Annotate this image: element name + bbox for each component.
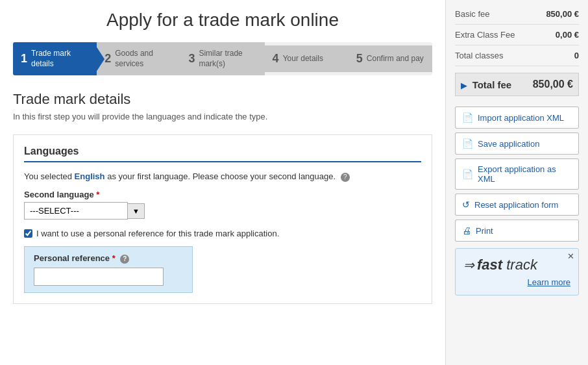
step-4[interactable]: 4 Your details	[265, 45, 349, 72]
lang-desc-suffix: as your first language. Please choose yo…	[105, 171, 336, 181]
basic-fee-label: Basic fee	[455, 9, 489, 19]
fast-track-logo: ⇒fast track	[463, 257, 570, 273]
total-fee-row: ▶ Total fee 850,00 €	[455, 73, 579, 96]
personal-reference-input[interactable]	[34, 268, 164, 286]
step-1-label: Trade mark details	[31, 49, 89, 69]
extra-class-value: 0,00 €	[556, 30, 579, 40]
lang-desc-prefix: You selected	[24, 171, 75, 181]
step-4-label: Your details	[283, 54, 323, 64]
import-label: Import application XML	[478, 113, 564, 123]
reset-label: Reset application form	[474, 200, 558, 210]
languages-section: Languages You selected English as your f…	[13, 134, 432, 304]
print-icon: 🖨	[462, 225, 471, 236]
steps-bar: 1 Trade mark details 2 Goods and service…	[13, 42, 432, 75]
sidebar: Basic fee 850,00 € Extra Class Fee 0,00 …	[445, 0, 588, 365]
total-classes-label: Total classes	[455, 51, 503, 60]
step-5[interactable]: 5 Confirm and pay	[349, 45, 432, 72]
track-text: track	[502, 257, 537, 273]
page-title: Apply for a trade mark online	[13, 10, 432, 31]
basic-fee-row: Basic fee 850,00 €	[455, 9, 579, 25]
step-5-number: 5	[356, 52, 363, 66]
step-3-number: 3	[188, 52, 195, 66]
basic-fee-value: 850,00 €	[546, 9, 579, 19]
reset-application-button[interactable]: ↺ Reset application form	[455, 194, 579, 216]
fast-track-close-button[interactable]: ✕	[567, 251, 574, 261]
step-5-label: Confirm and pay	[367, 54, 424, 64]
languages-heading: Languages	[24, 145, 421, 162]
fast-text: fast	[477, 257, 502, 273]
print-label: Print	[476, 226, 493, 236]
print-button[interactable]: 🖨 Print	[455, 220, 579, 242]
personal-reference-checkbox-row: I want to use a personal reference for t…	[24, 229, 421, 238]
personal-reference-checkbox[interactable]	[24, 229, 32, 238]
step-2[interactable]: 2 Goods and services	[97, 42, 180, 75]
second-language-select[interactable]: ---SELECT---	[24, 202, 128, 220]
total-classes-row: Total classes 0	[455, 51, 579, 66]
step-3-label: Similar trade mark(s)	[199, 49, 256, 69]
personal-reference-box: Personal reference * ?	[24, 246, 193, 293]
save-icon: 📄	[462, 138, 473, 149]
step-1[interactable]: 1 Trade mark details	[13, 42, 97, 75]
import-icon: 📄	[462, 112, 473, 123]
total-expand-icon[interactable]: ▶	[461, 81, 467, 90]
export-application-xml-button[interactable]: 📄 Export application as XML	[455, 158, 579, 190]
second-language-label: Second language *	[24, 190, 421, 199]
language-description: You selected English as your first langu…	[24, 171, 421, 182]
export-label: Export application as XML	[478, 164, 572, 184]
fast-track-box: ✕ ⇒fast track Learn more	[455, 248, 579, 296]
total-classes-value: 0	[574, 51, 579, 60]
step-2-label: Goods and services	[115, 49, 173, 69]
info-icon: ?	[341, 173, 350, 182]
step-3[interactable]: 3 Similar trade mark(s)	[180, 42, 264, 75]
extra-class-label: Extra Class Fee	[455, 30, 515, 40]
step-1-number: 1	[21, 52, 27, 66]
extra-class-fee-row: Extra Class Fee 0,00 €	[455, 30, 579, 45]
personal-ref-info-icon: ?	[120, 255, 129, 264]
select-dropdown-arrow[interactable]: ▼	[128, 203, 145, 219]
reset-icon: ↺	[462, 199, 470, 210]
import-application-xml-button[interactable]: 📄 Import application XML	[455, 107, 579, 129]
save-application-button[interactable]: 📄 Save application	[455, 132, 579, 155]
personal-ref-heading: Personal reference * ?	[34, 253, 183, 264]
fast-track-learn-more-link[interactable]: Learn more	[463, 277, 570, 287]
fast-track-arrow-icon: ⇒	[463, 258, 474, 272]
total-fee-value: 850,00 €	[533, 79, 573, 90]
personal-reference-checkbox-label[interactable]: I want to use a personal reference for t…	[36, 229, 279, 238]
total-fee-label: Total fee	[472, 79, 512, 90]
section-subtitle: In this first step you will provide the …	[13, 112, 432, 121]
first-language: English	[75, 171, 105, 181]
save-label: Save application	[478, 139, 539, 149]
step-2-number: 2	[104, 52, 111, 66]
section-title: Trade mark details	[13, 91, 432, 108]
export-icon: 📄	[462, 169, 473, 179]
step-4-number: 4	[273, 52, 279, 66]
second-language-select-wrapper: ---SELECT--- ▼	[24, 202, 421, 220]
